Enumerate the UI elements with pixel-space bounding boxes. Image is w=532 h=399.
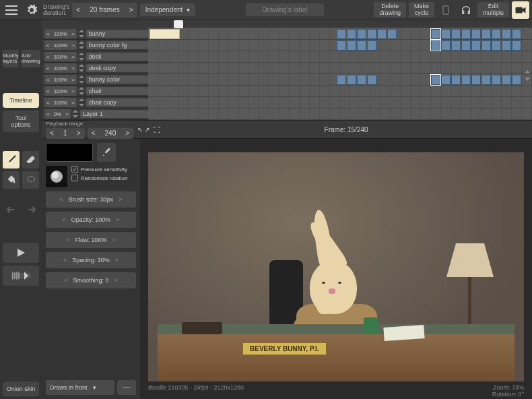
menu-icon[interactable] [3, 1, 20, 19]
stroke-style-button[interactable]: 〰 [117, 380, 136, 395]
pressure-sensitivity-label: Pressure sensitivity [81, 166, 127, 173]
chevron-down-icon: ▾ [187, 6, 190, 13]
status-zoom: Zoom: 73% [492, 384, 524, 391]
timeline-track[interactable] [148, 86, 532, 97]
scrub-button[interactable] [3, 266, 39, 286]
layer-name[interactable]: desk [86, 53, 148, 61]
layer-reorder-icon[interactable] [78, 41, 85, 49]
onion-skin-button[interactable]: Onion skin [3, 381, 39, 396]
timeline-track[interactable] [148, 28, 532, 40]
layer-opacity-spinner[interactable]: <100%> [44, 86, 77, 96]
pressure-sensitivity-checkbox[interactable]: ✓ [71, 166, 78, 173]
color-swatch[interactable] [46, 143, 93, 162]
edit-multiple-button[interactable]: Edit multiple [477, 2, 509, 18]
duration-decrease[interactable]: < [72, 6, 84, 13]
independent-dropdown[interactable]: Independent ▾ [140, 3, 196, 16]
layer-name[interactable]: chair copy [86, 98, 148, 106]
duration-spinner[interactable]: < 20 frames > [72, 3, 137, 18]
drawing-label-input[interactable]: Drawing's label [246, 3, 324, 16]
make-cycle-button[interactable]: Make cycle [409, 2, 434, 18]
flow-slider[interactable]: <Flow: 100%> [46, 232, 136, 248]
timeline-scroll-icon[interactable] [524, 70, 531, 81]
fill-tool[interactable] [3, 171, 20, 189]
status-fileinfo: doodle 210305 - 24fps - 2120x1280 [148, 384, 244, 398]
timeline-track[interactable] [148, 109, 532, 120]
timeline-track[interactable] [148, 74, 532, 86]
collapse-icon[interactable]: ↖ [137, 126, 143, 133]
layer-name[interactable]: bunny [86, 30, 148, 38]
chevron-down-icon: ▾ [93, 384, 96, 391]
duration-label2: duration: [43, 10, 69, 16]
layer-opacity-spinner[interactable]: <100%> [44, 98, 77, 107]
play-button[interactable] [3, 243, 39, 263]
svg-rect-0 [443, 6, 448, 14]
timeline-track[interactable] [148, 97, 532, 109]
playback-range-label: Playback range: [46, 121, 133, 127]
layer-name[interactable]: bunny color fg [86, 41, 148, 49]
add-drawing-button[interactable]: Add drawing [22, 50, 40, 67]
layer-row[interactable]: <100%> bunny [42, 28, 148, 40]
timeline-track[interactable] [148, 63, 532, 74]
layer-reorder-icon[interactable] [78, 30, 85, 38]
headphones-icon[interactable] [457, 1, 475, 19]
layer-name[interactable]: bunny color [86, 75, 148, 84]
svg-rect-1 [516, 7, 523, 13]
layer-row[interactable]: <100%> desk copy [42, 63, 148, 74]
duration-increase[interactable]: > [125, 6, 137, 13]
playhead[interactable] [174, 20, 183, 28]
layer-row[interactable]: <100%> chair [42, 86, 148, 97]
brush-preview[interactable] [46, 166, 67, 187]
eyedropper-button[interactable] [97, 143, 116, 162]
modify-layers-button[interactable]: Modify layers [3, 50, 19, 67]
layer-row[interactable]: <100%> bunny color fg [42, 40, 148, 51]
layer-row[interactable]: <0%> Layer 1 [42, 109, 148, 120]
spacing-slider[interactable]: <Spacing: 20%> [46, 252, 136, 268]
layer-opacity-spinner[interactable]: <100%> [44, 75, 77, 84]
redo-button[interactable] [22, 202, 39, 217]
layer-opacity-spinner[interactable]: <100%> [44, 40, 77, 50]
layer-reorder-icon[interactable] [78, 87, 85, 95]
randomize-rotation-label: Randomize rotation [81, 175, 127, 181]
timeline-tab[interactable]: Timeline [3, 93, 39, 108]
layer-reorder-icon[interactable] [72, 110, 79, 118]
opacity-slider[interactable]: <Opacity: 100%> [46, 212, 136, 228]
duration-value: 20 frames [84, 6, 125, 13]
timeline-track[interactable] [148, 51, 532, 63]
layer-opacity-spinner[interactable]: <0%> [44, 109, 71, 119]
brush-size-slider[interactable]: <Brush size: 30px> [46, 191, 136, 208]
smoothing-slider[interactable]: <Smoothing: 0> [46, 272, 136, 288]
delete-drawing-button[interactable]: Delete drawing [374, 2, 406, 18]
tool-options-tab[interactable]: Tool options [3, 111, 39, 132]
layer-opacity-spinner[interactable]: <100%> [44, 29, 77, 38]
timeline-track[interactable] [148, 40, 532, 51]
undo-button[interactable] [3, 202, 20, 217]
brush-tool[interactable] [3, 151, 20, 168]
layer-row[interactable]: <100%> chair copy [42, 97, 148, 109]
layer-name[interactable]: Layer 1 [80, 110, 148, 118]
layer-reorder-icon[interactable] [78, 53, 85, 61]
lasso-tool[interactable] [22, 171, 39, 189]
randomize-rotation-checkbox[interactable] [71, 175, 78, 181]
playback-start-spinner[interactable]: < 1 > [46, 128, 85, 139]
clipboard-icon[interactable] [437, 1, 455, 19]
layer-reorder-icon[interactable] [78, 64, 85, 72]
layer-row[interactable]: <100%> desk [42, 51, 148, 63]
camera-icon[interactable] [512, 1, 529, 19]
eraser-tool[interactable] [22, 151, 39, 168]
status-rotation: Rotation: 0° [492, 391, 524, 398]
layer-name[interactable]: desk copy [86, 64, 148, 72]
playback-end-spinner[interactable]: < 240 > [88, 128, 134, 139]
canvas[interactable]: BEVERLY BUNNY, P.I. [148, 152, 524, 381]
layer-reorder-icon[interactable] [78, 75, 85, 84]
fullscreen-icon[interactable]: ⛶ [154, 126, 160, 133]
gear-icon[interactable] [23, 1, 40, 19]
layer-reorder-icon[interactable] [78, 98, 85, 106]
layer-row[interactable]: <100%> bunny color [42, 74, 148, 86]
draws-in-front-dropdown[interactable]: Draws in front ▾ [46, 380, 114, 395]
layer-name[interactable]: chair [86, 87, 148, 95]
expand-icon[interactable]: ↗ [144, 126, 149, 133]
timeline-ruler[interactable] [148, 20, 532, 28]
plaque-text: BEVERLY BUNNY, P.I. [242, 342, 327, 355]
layer-opacity-spinner[interactable]: <100%> [44, 63, 77, 73]
layer-opacity-spinner[interactable]: <100%> [44, 52, 77, 61]
